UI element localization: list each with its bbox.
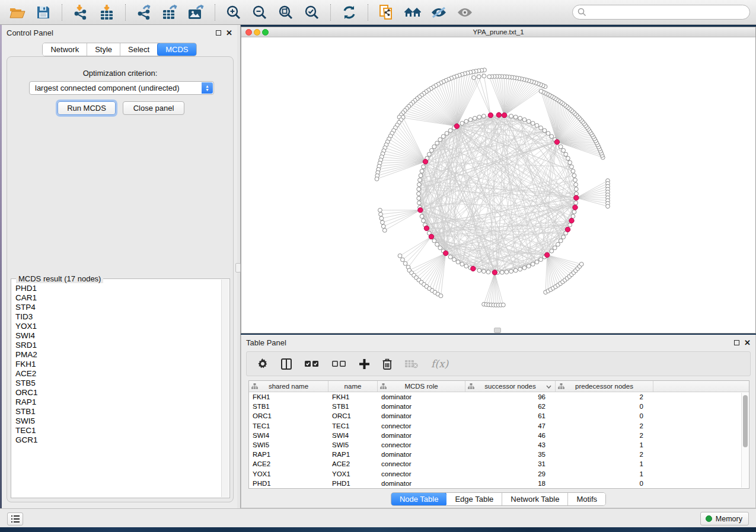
network-node[interactable] [486,270,490,274]
network-node[interactable] [527,264,531,268]
column-select-icon[interactable] [281,358,292,370]
network-node[interactable] [482,114,486,118]
network-node[interactable] [518,116,522,120]
network-edge[interactable] [484,76,490,115]
network-node[interactable] [564,152,568,156]
network-edge[interactable] [557,142,599,149]
import-network-icon[interactable] [69,2,92,23]
network-dominator-node[interactable] [492,270,497,275]
network-edge[interactable] [576,192,608,198]
network-node[interactable] [379,212,383,216]
mcds-result-item[interactable]: PHD1 [12,284,221,293]
network-node[interactable] [420,214,424,219]
zoom-in-icon[interactable] [222,2,245,23]
network-node[interactable] [375,177,379,181]
network-node[interactable] [500,270,504,274]
network-edge[interactable] [479,76,491,115]
network-node[interactable] [441,134,445,139]
network-node[interactable] [439,294,443,298]
network-node[interactable] [574,201,578,205]
result-list-scrollbar[interactable] [221,280,229,497]
network-edge[interactable] [403,236,432,259]
network-edge[interactable] [420,130,544,180]
network-edge[interactable] [505,83,536,116]
table-row[interactable]: SWI4SWI4dominator462 [249,431,741,440]
network-node[interactable] [579,262,583,267]
tab-select[interactable]: Select [120,43,158,56]
tab-edge-table[interactable]: Edge Table [446,493,502,505]
network-node[interactable] [468,118,473,122]
network-node[interactable] [403,261,407,265]
network-node[interactable] [422,219,426,223]
network-edge[interactable] [377,162,426,179]
network-node[interactable] [568,161,572,165]
network-dominator-node[interactable] [502,113,506,117]
network-node[interactable] [574,182,578,187]
network-node[interactable] [531,262,535,266]
mcds-result-item[interactable]: STB5 [12,379,221,388]
network-edge[interactable] [576,187,608,198]
network-node[interactable] [568,223,572,227]
network-node[interactable] [553,246,557,250]
mcds-result-item[interactable]: ACE2 [12,369,221,379]
network-node[interactable] [429,149,433,153]
network-node[interactable] [417,196,421,200]
network-dominator-node[interactable] [424,226,429,230]
window-close-icon[interactable] [245,29,252,36]
network-node[interactable] [539,258,543,262]
network-node[interactable] [571,169,575,173]
network-node[interactable] [527,119,531,123]
show-all-icon[interactable] [454,2,476,23]
network-dominator-node[interactable] [454,124,459,129]
network-node[interactable] [550,249,554,253]
mcds-result-item[interactable]: SWI4 [12,331,221,341]
network-node[interactable] [378,208,382,212]
network-node[interactable] [419,174,423,178]
mcds-result-item[interactable]: SRD1 [12,341,221,350]
mcds-result-item[interactable]: ORC1 [12,388,221,398]
network-node[interactable] [566,156,570,161]
mcds-result-item[interactable]: STP4 [12,303,221,312]
tab-motifs[interactable]: Motifs [568,493,605,505]
network-node[interactable] [448,129,452,133]
network-node[interactable] [501,303,505,307]
network-node[interactable] [417,201,421,205]
table-row[interactable]: STB1STB1dominator620 [249,402,741,411]
network-dominator-node[interactable] [569,218,574,223]
network-node[interactable] [513,268,518,273]
network-edge[interactable] [409,236,432,267]
table-row[interactable]: SWI5SWI5connector431 [249,440,741,450]
network-edge[interactable] [576,198,608,203]
network-node[interactable] [482,74,486,78]
network-node[interactable] [477,115,481,119]
horizontal-splitter-handle[interactable] [494,328,501,333]
close-panel-button[interactable]: Close panel [123,101,184,115]
network-node[interactable] [456,260,460,264]
table-row[interactable]: ORC1ORC1dominator610 [249,411,741,421]
network-node[interactable] [505,270,509,274]
network-node[interactable] [452,258,457,262]
mcds-result-item[interactable]: PMA2 [12,350,221,360]
criterion-dropdown[interactable]: largest connected component (undirected)… [29,81,214,95]
network-edge[interactable] [486,273,495,305]
table-vertical-scrollbar[interactable] [741,393,748,488]
column-header-predecessor-nodes[interactable]: predecessor nodes [556,381,653,392]
network-node[interactable] [535,123,539,127]
column-header-name[interactable]: name [328,381,378,392]
mcds-result-item[interactable]: FKH1 [12,360,221,369]
close-panel-icon[interactable]: ✕ [226,29,232,37]
tab-network-table[interactable]: Network Table [502,493,568,505]
network-node[interactable] [543,129,547,133]
network-node[interactable] [546,132,550,136]
network-node[interactable] [401,258,405,262]
run-mcds-button[interactable]: Run MCDS [58,101,116,115]
mcds-result-item[interactable]: TEC1 [12,426,221,435]
network-node[interactable] [531,121,535,126]
gear-icon[interactable] [257,358,268,369]
close-panel-icon[interactable]: ✕ [744,339,751,347]
import-table-icon[interactable] [95,2,118,23]
table-row[interactable]: ACE2ACE2connector311 [249,459,741,469]
network-node[interactable] [562,149,566,153]
network-node[interactable] [572,174,576,178]
network-edge[interactable] [377,162,425,176]
